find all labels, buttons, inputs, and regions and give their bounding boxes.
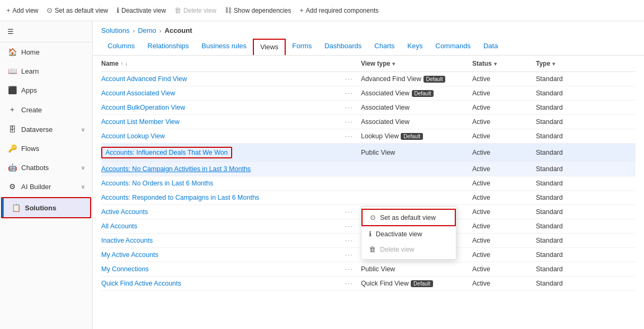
table-row: Accounts: No Campaign Activities in Last… bbox=[101, 162, 636, 176]
table-row: Quick Find Active Accounts ··· Quick Fin… bbox=[101, 277, 636, 291]
table-row: My Connections ··· Public View Active St… bbox=[101, 262, 636, 277]
row-name-1[interactable]: Account Advanced Find View bbox=[101, 75, 345, 83]
ctx-delete-icon: 🗑 bbox=[369, 245, 376, 253]
badge-15: Default bbox=[411, 280, 433, 287]
row-type-12: Standard bbox=[536, 237, 589, 244]
sidebar-item-solutions[interactable]: 📋 Solutions bbox=[2, 198, 90, 217]
row-viewtype-14: Public View bbox=[361, 265, 472, 273]
row-type-2: Standard bbox=[536, 90, 589, 97]
tab-dashboards[interactable]: Dashboards bbox=[318, 38, 368, 55]
add-view-button[interactable]: + Add view bbox=[6, 6, 38, 14]
set-default-view-button[interactable]: ⊙ Set as default view bbox=[47, 6, 108, 14]
breadcrumb-demo[interactable]: Demo bbox=[138, 26, 156, 34]
breadcrumb-solutions[interactable]: Solutions bbox=[101, 26, 129, 34]
row-name-6[interactable]: Accounts: Influenced Deals That We Won bbox=[101, 147, 345, 158]
row-dots-14[interactable]: ··· bbox=[345, 266, 361, 272]
create-icon: ＋ bbox=[7, 105, 17, 114]
col-header-name[interactable]: Name ↑ ↓ bbox=[101, 60, 345, 67]
row-viewtype-6: Public View bbox=[361, 149, 472, 156]
table-container: Name ↑ ↓ View type ▾ Status ▾ Type ▾ bbox=[93, 56, 644, 291]
row-status-15: Active bbox=[472, 280, 536, 287]
sidebar-item-dataverse[interactable]: 🗄 Dataverse ∨ bbox=[0, 120, 92, 139]
row-name-15[interactable]: Quick Find Active Accounts bbox=[101, 280, 345, 287]
row-name-5[interactable]: Account Lookup View bbox=[101, 132, 345, 140]
show-dependencies-button[interactable]: ⛓ Show dependencies bbox=[225, 6, 291, 14]
ctx-deactivate[interactable]: ℹ Deactivate view bbox=[361, 226, 456, 242]
tab-commands[interactable]: Commands bbox=[429, 38, 477, 55]
row-dots-12[interactable]: ··· bbox=[345, 237, 361, 244]
badge-2: Default bbox=[412, 90, 434, 97]
row-name-7[interactable]: Accounts: No Campaign Activities in Last… bbox=[101, 165, 345, 173]
row-type-15: Standard bbox=[536, 280, 589, 287]
row-type-9: Standard bbox=[536, 194, 589, 201]
hamburger-icon: ☰ bbox=[7, 28, 14, 35]
tab-charts[interactable]: Charts bbox=[368, 38, 401, 55]
sidebar-item-home[interactable]: 🏠 Home bbox=[0, 42, 92, 61]
tab-business-rules[interactable]: Business rules bbox=[195, 38, 253, 55]
delete-view-button[interactable]: 🗑 Delete view bbox=[174, 6, 216, 14]
col-header-status[interactable]: Status ▾ bbox=[472, 60, 536, 67]
add-required-button[interactable]: + Add required components bbox=[299, 6, 378, 14]
row-dots-10[interactable]: ··· bbox=[345, 209, 361, 215]
row-name-4[interactable]: Account List Member View bbox=[101, 118, 345, 126]
row-dots-3[interactable]: ··· bbox=[345, 104, 361, 111]
row-name-link-7[interactable]: Accounts: No Campaign Activities in Last… bbox=[101, 165, 251, 173]
badge-5: Default bbox=[401, 133, 423, 140]
deactivate-view-button[interactable]: ℹ Deactivate view bbox=[117, 6, 166, 14]
tab-forms[interactable]: Forms bbox=[286, 38, 318, 55]
breadcrumb-sep-1: › bbox=[133, 28, 135, 34]
row-dots-15[interactable]: ··· bbox=[345, 280, 361, 287]
row-name-11[interactable]: All Accounts bbox=[101, 223, 345, 230]
status-filter-icon: ▾ bbox=[494, 61, 497, 67]
row-name-10[interactable]: Active Accounts bbox=[101, 208, 345, 216]
row-status-1: Active bbox=[472, 75, 536, 83]
row-dots-5[interactable]: ··· bbox=[345, 133, 361, 139]
row-type-3: Standard bbox=[536, 104, 589, 111]
sidebar-item-flows[interactable]: 🔑 Flows bbox=[0, 139, 92, 158]
row-name-12[interactable]: Inactive Accounts bbox=[101, 237, 345, 244]
tab-views[interactable]: Views bbox=[253, 39, 286, 55]
breadcrumb-sep-2: › bbox=[160, 28, 162, 34]
row-dots-13[interactable]: ··· bbox=[345, 252, 361, 258]
tab-relationships[interactable]: Relationships bbox=[141, 38, 195, 55]
row-dots-1[interactable]: ··· bbox=[345, 76, 361, 82]
row-type-11: Standard bbox=[536, 223, 589, 230]
tab-keys[interactable]: Keys bbox=[401, 38, 429, 55]
learn-icon: 📖 bbox=[7, 67, 17, 75]
row-status-13: Active bbox=[472, 251, 536, 259]
sidebar-item-chatbots[interactable]: 🤖 Chatbots ∨ bbox=[0, 158, 92, 177]
main-layout: ☰ 🏠 Home 📖 Learn ⬛ Apps ＋ Create 🗄 Datav… bbox=[0, 21, 644, 329]
sidebar-item-apps[interactable]: ⬛ Apps bbox=[0, 81, 92, 100]
toolbar: + Add view ⊙ Set as default view ℹ Deact… bbox=[0, 0, 644, 21]
tab-columns[interactable]: Columns bbox=[101, 38, 141, 55]
row-name-14[interactable]: My Connections bbox=[101, 265, 345, 273]
chevron-down-icon-chatbots: ∨ bbox=[81, 165, 85, 171]
table-header: Name ↑ ↓ View type ▾ Status ▾ Type ▾ bbox=[101, 56, 636, 72]
row-dots-11[interactable]: ··· bbox=[345, 223, 361, 229]
row-name-8[interactable]: Accounts: No Orders in Last 6 Months bbox=[101, 180, 345, 187]
ctx-delete[interactable]: 🗑 Delete view bbox=[361, 242, 456, 257]
tab-data[interactable]: Data bbox=[477, 38, 504, 55]
row-name-3[interactable]: Account BulkOperation View bbox=[101, 104, 345, 111]
col-header-viewtype[interactable]: View type ▾ bbox=[361, 60, 472, 67]
sidebar-item-create[interactable]: ＋ Create bbox=[0, 100, 92, 120]
chatbots-icon: 🤖 bbox=[7, 163, 17, 172]
row-dots-4[interactable]: ··· bbox=[345, 119, 361, 125]
row-viewtype-4: Associated View bbox=[361, 118, 472, 126]
set-default-icon: ⊙ bbox=[47, 6, 52, 14]
col-header-type[interactable]: Type ▾ bbox=[536, 60, 589, 67]
table-row: Account BulkOperation View ··· Associate… bbox=[101, 101, 636, 115]
hamburger-button[interactable]: ☰ bbox=[0, 21, 92, 42]
sidebar-item-ai-builder[interactable]: ⚙ AI Builder ∨ bbox=[0, 177, 92, 196]
row-status-10: Active bbox=[472, 208, 536, 216]
selected-row-name[interactable]: Accounts: Influenced Deals That We Won bbox=[101, 147, 232, 158]
ctx-set-default[interactable]: ⊙ Set as default view bbox=[361, 209, 456, 226]
sidebar-item-learn[interactable]: 📖 Learn bbox=[0, 61, 92, 81]
row-name-13[interactable]: My Active Accounts bbox=[101, 251, 345, 259]
row-name-9[interactable]: Accounts: Responded to Campaigns in Last… bbox=[101, 194, 345, 201]
row-name-2[interactable]: Account Associated View bbox=[101, 90, 345, 97]
row-dots-2[interactable]: ··· bbox=[345, 90, 361, 96]
row-type-4: Standard bbox=[536, 118, 589, 126]
solutions-icon: 📋 bbox=[11, 203, 21, 212]
row-viewtype-5: Lookup View Default bbox=[361, 132, 472, 140]
